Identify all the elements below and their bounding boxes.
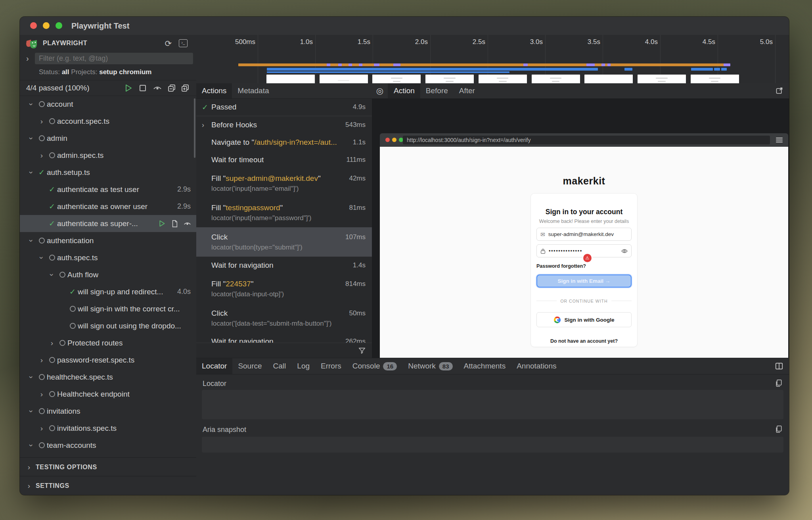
open-external-icon[interactable] <box>775 86 783 95</box>
aria-snapshot-textarea[interactable] <box>202 437 783 453</box>
section-settings[interactable]: › SETTINGS <box>20 476 196 495</box>
chevron-right-icon[interactable]: › <box>36 151 47 160</box>
run-all-button[interactable] <box>124 83 134 93</box>
chevron-right-icon[interactable]: › <box>47 339 57 347</box>
copy-aria-snapshot-icon[interactable] <box>775 425 783 434</box>
action-row[interactable]: Click107mslocator('button[type="submit"]… <box>196 227 372 257</box>
chevron-right-icon[interactable]: › <box>26 54 29 63</box>
chevron-right-icon[interactable]: › <box>202 121 211 129</box>
tree-row[interactable]: ›admin <box>20 130 196 147</box>
tree-row[interactable]: will sign-in with the correct cr... <box>20 300 196 317</box>
tree-row[interactable]: ✓authenticate as test user2.9s <box>20 181 196 198</box>
tree-row[interactable]: ›invitations <box>20 403 196 420</box>
terminal-icon[interactable]: ›_ <box>179 39 188 47</box>
collapse-all-icon[interactable] <box>167 83 176 93</box>
tree-row[interactable]: ›invitations.spec.ts <box>20 420 196 437</box>
tab-source[interactable]: Source <box>232 358 267 374</box>
copy-locator-icon[interactable] <box>775 379 783 388</box>
sign-in-email-button[interactable]: Sign in with Email → <box>536 274 632 288</box>
tab-attachments[interactable]: Attachments <box>458 358 511 374</box>
sidebar-scrollbar[interactable] <box>194 98 195 158</box>
locator-textarea[interactable] <box>202 390 783 419</box>
reload-icon[interactable]: ⟳ <box>165 39 172 48</box>
pick-locator-target-icon[interactable]: ◎ <box>372 83 388 98</box>
tree-row[interactable]: ›✓auth.setup.ts <box>20 164 196 181</box>
split-view-icon[interactable] <box>775 362 783 370</box>
close-window-button[interactable] <box>30 22 37 29</box>
tree-row[interactable]: ✓will sign-up and redirect...4.0s <box>20 283 196 300</box>
filter-status-line[interactable]: Status: all Projects: setup chromium <box>39 68 151 76</box>
tree-row[interactable]: ›Protected routes <box>20 334 196 351</box>
tab-annotations[interactable]: Annotations <box>511 358 562 374</box>
tab-errors[interactable]: Errors <box>315 358 347 374</box>
minimize-window-button[interactable] <box>43 22 50 29</box>
filter-funnel-icon[interactable] <box>358 346 366 355</box>
tree-row[interactable]: ›healthcheck.spec.ts <box>20 368 196 386</box>
action-row[interactable]: ›Before Hooks543ms <box>196 116 372 134</box>
tab-metadata[interactable]: Metadata <box>232 83 274 98</box>
action-row[interactable]: Fill "super-admin@makerkit.dev"42mslocat… <box>196 169 372 198</box>
chevron-down-icon[interactable]: › <box>27 133 36 144</box>
open-source-file-icon[interactable] <box>171 220 178 228</box>
chevron-down-icon[interactable]: › <box>37 253 46 263</box>
chevron-down-icon[interactable]: › <box>27 372 36 382</box>
run-test-icon[interactable] <box>158 219 166 228</box>
tree-row[interactable]: ›Healthcheck endpoint <box>20 386 196 403</box>
action-row[interactable]: Navigate to "/auth/sign-in?next=/aut...1… <box>196 134 372 151</box>
tab-locator[interactable]: Locator <box>196 358 232 374</box>
action-row[interactable]: Wait for navigation262ms <box>196 333 372 343</box>
tree-row[interactable]: ›account <box>20 96 196 113</box>
chevron-right-icon[interactable]: › <box>36 356 47 365</box>
email-field[interactable]: ✉ super-admin@makerkit.dev <box>536 228 632 241</box>
chevron-down-icon[interactable]: › <box>27 236 36 246</box>
watch-test-eye-icon[interactable] <box>183 220 192 227</box>
tree-row[interactable]: ›auth.spec.ts <box>20 249 196 266</box>
tab-actions[interactable]: Actions <box>196 83 232 98</box>
chevron-right-icon[interactable]: › <box>36 390 47 399</box>
chevron-down-icon[interactable]: › <box>27 406 36 416</box>
tree-row[interactable]: ✓authenticate as owner user2.9s <box>20 198 196 215</box>
tree-row[interactable]: ›admin.spec.ts <box>20 147 196 164</box>
action-row[interactable]: Fill "testingpassword"81mslocator('input… <box>196 198 372 227</box>
tree-row[interactable]: ›account.spec.ts <box>20 113 196 130</box>
maximize-window-button[interactable] <box>56 22 62 29</box>
chevron-down-icon[interactable]: › <box>27 99 36 109</box>
action-row[interactable]: Wait for timeout111ms <box>196 151 372 169</box>
tab-network[interactable]: Network83 <box>402 358 458 374</box>
tree-row[interactable]: will sign out using the dropdo... <box>20 317 196 334</box>
sign-in-google-button[interactable]: Sign in with Google <box>536 312 632 327</box>
chevron-down-icon[interactable]: › <box>27 440 36 451</box>
status-value: all <box>62 68 69 76</box>
chevron-down-icon[interactable]: › <box>27 167 36 178</box>
chevron-right-icon[interactable]: › <box>36 117 47 126</box>
watch-all-eye-icon[interactable] <box>153 83 162 93</box>
toggle-password-eye-icon[interactable] <box>621 249 628 253</box>
tree-row[interactable]: ›password-reset.spec.ts <box>20 351 196 368</box>
trace-timeline[interactable]: 500ms1.0s1.5s2.0s2.5s3.0s3.5s4.0s4.5s5.0… <box>196 35 789 84</box>
tree-row[interactable]: ✓authenticate as super-... <box>20 215 196 232</box>
action-row[interactable]: Click50mslocator('[data-test="submit-mfa… <box>196 303 372 333</box>
section-testing-options[interactable]: › TESTING OPTIONS <box>20 457 196 476</box>
filter-input[interactable] <box>35 53 193 64</box>
tree-row[interactable]: ›team-accounts <box>20 437 196 454</box>
chevron-down-icon[interactable]: › <box>48 270 56 280</box>
tab-before[interactable]: Before <box>420 83 454 98</box>
tab-console[interactable]: Console16 <box>347 358 402 374</box>
tab-action[interactable]: Action <box>388 83 420 98</box>
tab-after[interactable]: After <box>454 83 481 98</box>
browser-url-bar[interactable]: http://localhost:3000/auth/sign-in?next=… <box>403 136 770 144</box>
stop-button[interactable] <box>138 83 148 93</box>
tree-row[interactable]: ›Auth flow <box>20 266 196 283</box>
action-row[interactable]: Wait for navigation1.4s <box>196 257 372 274</box>
tab-call[interactable]: Call <box>268 358 292 374</box>
signup-link[interactable]: Do not have an account yet? <box>536 338 632 344</box>
browser-menu-icon[interactable] <box>776 136 783 144</box>
chevron-right-icon[interactable]: › <box>36 424 47 433</box>
action-row[interactable]: ✓Passed4.9s <box>196 98 372 116</box>
action-row[interactable]: Fill "224537"814mslocator('[data-input-o… <box>196 274 372 303</box>
tab-log[interactable]: Log <box>291 358 315 374</box>
expand-all-icon[interactable] <box>180 83 190 93</box>
forgot-password-link[interactable]: Password forgotten? <box>536 263 632 269</box>
actions-tab-bar: ActionsMetadata <box>196 83 372 99</box>
tree-row[interactable]: ›authentication <box>20 232 196 249</box>
